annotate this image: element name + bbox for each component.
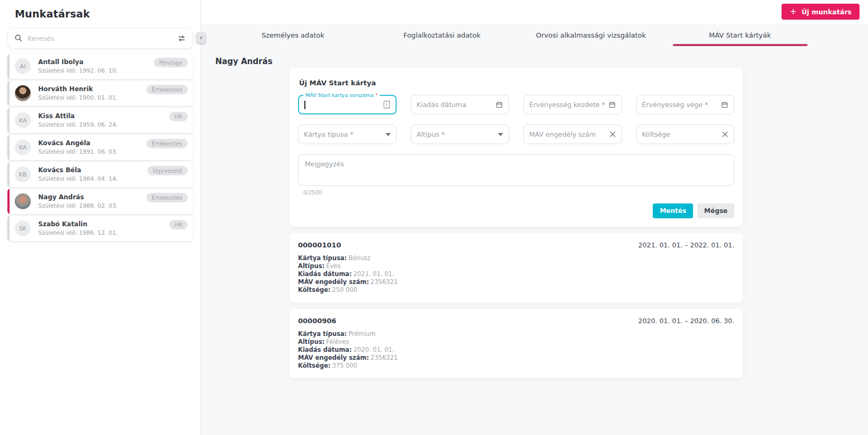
page-title: Munkatársak — [15, 8, 200, 20]
employee-name: Antall Ibolya — [38, 58, 118, 66]
mav-card-record: 000001010 2021. 01. 01. – 2022. 01. 01. … — [290, 233, 743, 303]
plus-icon: + — [790, 7, 796, 16]
employee-name: Kiss Attila — [38, 112, 118, 120]
employee-list-item[interactable]: KB Kovács Béla Születési idő: 1984. 04. … — [7, 162, 193, 187]
cost-field[interactable]: Költsége — [636, 125, 735, 144]
avatar-initials: KA — [19, 144, 27, 151]
avatar-initials: SK — [19, 225, 27, 232]
chevron-left-icon: ‹ — [199, 34, 202, 41]
card-detail-row: Kiadás dátuma:2021. 01. 01. — [298, 270, 734, 278]
tab[interactable]: MÁV Start kártyák — [665, 24, 814, 46]
mav-cards-panel: Új MÁV Start kártya MÁV Start kártya sor… — [290, 68, 743, 378]
department-badge: HR — [169, 220, 188, 229]
employee-name: Nagy András — [38, 193, 118, 201]
main-area: + Új munkatárs Személyes adatok Foglalko… — [201, 0, 868, 435]
avatar-initials: KA — [19, 117, 27, 124]
new-employee-button[interactable]: + Új munkatárs — [782, 4, 860, 20]
card-detail-row: Kiadás dátuma:2020. 01. 01. — [298, 346, 734, 354]
selection-indicator — [7, 162, 10, 187]
card-detail-row: Költsége:250 000 — [298, 286, 734, 294]
employee-name: Kovács Angéla — [38, 139, 118, 147]
department-badge: Értékesítés — [146, 139, 188, 148]
mav-permit-field[interactable]: MÁV engedély szám — [523, 125, 622, 144]
employee-list-item[interactable]: AI Antall Ibolya Születési idő: 1992. 06… — [7, 54, 193, 79]
card-detail-row: MÁV engedély szám:2356321 — [298, 354, 734, 362]
tab[interactable]: Foglalkoztatási adatok — [367, 24, 516, 46]
form-title: Új MÁV Start kártya — [299, 79, 734, 87]
employee-birthdate: Születési idő: 1984. 04. 14. — [38, 175, 118, 182]
selected-employee-heading: Nagy András — [215, 57, 868, 66]
selection-indicator — [7, 54, 10, 79]
card-validity-range: 2020. 01. 01. – 2020. 06. 30. — [638, 317, 734, 325]
avatar: KA — [15, 112, 31, 128]
serial-number-icon — [383, 101, 390, 109]
tab[interactable]: Személyes adatok — [218, 24, 367, 46]
avatar: KB — [15, 166, 31, 182]
chevron-down-icon — [385, 133, 391, 136]
department-badge: Ügyvezető — [147, 166, 188, 175]
employee-birthdate: Születési idő: 1991. 06. 03. — [38, 148, 118, 155]
avatar-initials: KB — [19, 171, 27, 178]
card-validity-range: 2021. 01. 01. – 2022. 01. 01. — [638, 241, 734, 249]
valid-to-field[interactable]: Érvényesség vége * — [636, 95, 735, 114]
employee-birthdate: Születési idő: 1988. 02. 03. — [38, 202, 118, 209]
calendar-icon[interactable] — [721, 101, 729, 109]
cancel-button[interactable]: Mégse — [697, 203, 734, 218]
employee-list-item[interactable]: KA Kovács Angéla Születési idő: 1991. 06… — [7, 135, 193, 160]
search-input[interactable]: Keresés — [7, 28, 193, 49]
avatar: KA — [15, 139, 31, 155]
card-serial-number: 000001010 — [298, 241, 341, 249]
employee-list-item[interactable]: Nagy András Születési idő: 1988. 02. 03.… — [7, 189, 193, 214]
selection-indicator — [7, 108, 10, 133]
tab-label: MÁV Start kártyák — [709, 31, 771, 39]
card-detail-row: Kártya típusa:Bónusz — [298, 254, 734, 262]
mav-card-record: 00000906 2020. 01. 01. – 2020. 06. 30. K… — [290, 309, 743, 378]
employee-list-item[interactable]: KA Kiss Attila Születési idő: 1959. 06. … — [7, 108, 193, 133]
department-badge: Értékesítés — [146, 193, 188, 202]
employee-name: Szabó Katalin — [38, 220, 118, 228]
issue-date-field[interactable]: Kiadás dátuma — [411, 95, 510, 114]
employee-list: AI Antall Ibolya Születési idő: 1992. 06… — [7, 54, 193, 241]
tab-label: Orvosi alkalmassági vizsgálatok — [536, 31, 646, 39]
card-serial-number: 00000906 — [298, 317, 336, 325]
avatar — [15, 85, 31, 101]
employee-list-item[interactable]: SK Szabó Katalin Születési idő: 1986. 12… — [7, 216, 193, 241]
tab-label: Személyes adatok — [261, 31, 325, 39]
card-detail-row: MÁV engedély szám:2356321 — [298, 278, 734, 286]
selection-indicator — [7, 81, 10, 106]
note-textarea[interactable]: Megjegyzés — [298, 154, 734, 186]
calendar-icon[interactable] — [495, 101, 503, 109]
calendar-icon[interactable] — [608, 101, 616, 109]
character-counter: 0/2500 — [303, 190, 734, 196]
subtype-select[interactable]: Altípus * — [411, 125, 510, 144]
department-badge: Pénzügy — [154, 58, 188, 67]
avatar: SK — [15, 220, 31, 236]
chevron-down-icon — [498, 133, 503, 136]
clear-icon[interactable] — [722, 131, 729, 138]
avatar — [15, 193, 31, 209]
valid-from-field[interactable]: Érvényesség kezdete * — [523, 95, 622, 114]
collapse-sidebar-button[interactable]: ‹ — [196, 32, 206, 43]
avatar: AI — [15, 58, 31, 74]
employee-birthdate: Születési idő: 1992. 06. 10. — [38, 67, 118, 74]
serial-number-field[interactable]: MÁV Start kártya sorszáma * — [298, 95, 397, 114]
tab[interactable]: Orvosi alkalmassági vizsgálatok — [516, 24, 665, 46]
selection-indicator — [7, 135, 10, 160]
employee-name: Kovács Béla — [38, 166, 118, 174]
card-detail-row: Költsége:375 000 — [298, 362, 734, 370]
save-button[interactable]: Mentés — [653, 203, 693, 218]
tab-label: Foglalkoztatási adatok — [404, 31, 481, 39]
card-detail-row: Altípus:Éves — [298, 262, 734, 270]
employee-birthdate: Születési idő: 1900. 01. 01. — [38, 94, 118, 101]
employee-birthdate: Születési idő: 1986. 12. 01. — [38, 229, 118, 236]
avatar-initials: AI — [20, 63, 26, 70]
search-placeholder: Keresés — [28, 34, 172, 42]
search-icon — [14, 34, 23, 42]
clear-icon[interactable] — [609, 131, 616, 138]
card-type-select[interactable]: Kártya típusa * — [298, 125, 397, 144]
filter-icon[interactable] — [177, 34, 186, 43]
mav-card-list: 000001010 2021. 01. 01. – 2022. 01. 01. … — [290, 233, 743, 378]
card-detail-row: Altípus:Féléves — [298, 338, 734, 346]
employee-list-item[interactable]: Horváth Henrik Születési idő: 1900. 01. … — [7, 81, 193, 106]
department-badge: Értékesítés — [146, 85, 188, 94]
